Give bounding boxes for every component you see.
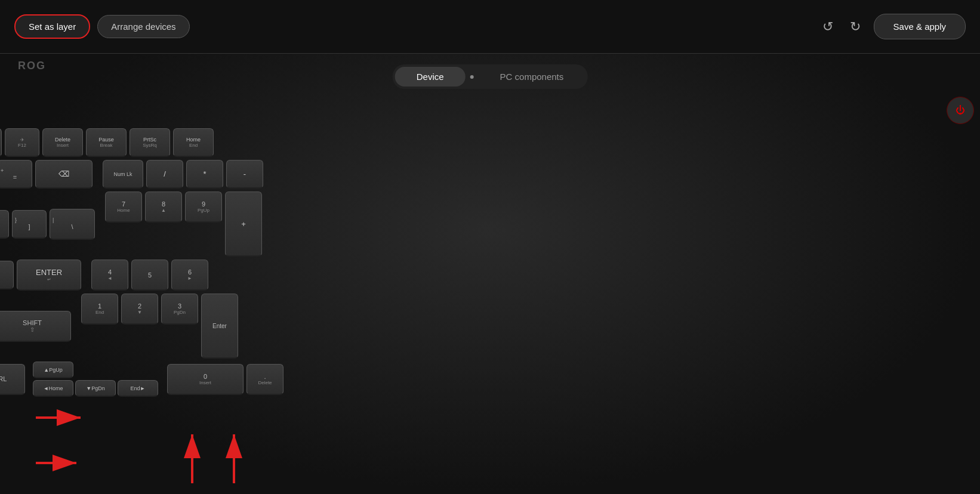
key-home-end[interactable]: HomeEnd: [173, 128, 214, 157]
set-as-layer-button[interactable]: Set as layer: [14, 14, 90, 39]
key-f12[interactable]: ✈F12: [5, 128, 39, 157]
redo-button[interactable]: ↻: [846, 16, 864, 38]
key-num5[interactable]: 5: [131, 260, 168, 291]
key-num7[interactable]: 7Home: [105, 192, 142, 223]
key-equals[interactable]: +=: [0, 160, 32, 189]
key-end[interactable]: End►: [118, 380, 158, 397]
undo-button[interactable]: ↺: [819, 16, 837, 38]
key-f11[interactable]: ZzF11: [0, 128, 2, 157]
tab-pc-components[interactable]: PC components: [479, 67, 585, 87]
key-num3[interactable]: 3PgDn: [161, 294, 198, 325]
topbar: Set as layer Arrange devices ↺ ↻ Save & …: [0, 0, 980, 54]
key-numminus[interactable]: -: [226, 160, 263, 189]
save-apply-button[interactable]: Save & apply: [874, 14, 966, 39]
key-quote[interactable]: "': [0, 261, 14, 289]
power-button[interactable]: ⏻: [947, 97, 974, 124]
key-prtsc[interactable]: PrtScSysRq: [130, 128, 170, 157]
key-shift-right[interactable]: SHIFT ⇧: [0, 311, 71, 342]
rog-logo: ROG: [18, 60, 46, 72]
key-num6[interactable]: 6►: [171, 260, 208, 291]
key-numdot[interactable]: .Delete: [246, 364, 283, 395]
main-area: ROG Device PC components ⏻ ◄ 🔇M1 🔊M2 🎤M3…: [0, 54, 980, 494]
key-numslash[interactable]: /: [146, 160, 183, 189]
key-num4[interactable]: 4◄: [91, 260, 128, 291]
macro-key-row: 🔇M1 🔊M2 🎤M3 ⚙M4 ⚡M5: [0, 98, 489, 124]
shift-key-row: SHIFT ⇧ Z X C V B N M <, >. ?/ SHIFT ⇧ 1…: [0, 294, 489, 359]
key-lbracket[interactable]: {[: [0, 210, 9, 239]
tab-device[interactable]: Device: [395, 67, 466, 87]
topbar-left: Set as layer Arrange devices: [14, 14, 190, 39]
tab-separator: [470, 75, 474, 79]
key-rbracket[interactable]: }]: [12, 210, 47, 239]
key-numplus[interactable]: +: [225, 192, 262, 257]
key-home[interactable]: ◄Home: [33, 380, 73, 397]
key-pgup[interactable]: ▲PgUp: [33, 362, 73, 378]
key-backslash[interactable]: |\: [50, 209, 95, 240]
key-num8[interactable]: 8▲: [145, 192, 182, 223]
key-numstar[interactable]: *: [186, 160, 223, 189]
key-enter[interactable]: ENTER↵: [17, 260, 81, 291]
key-num2[interactable]: 2▼: [121, 294, 158, 325]
caps-key-row: CAPS LOCK A S D F G H J K L :; "' ENTER↵…: [0, 260, 489, 291]
key-ctrl-right[interactable]: CTRL: [0, 364, 25, 395]
key-delete[interactable]: DeleteInsert: [42, 128, 83, 157]
key-pgdn[interactable]: ▼PgDn: [75, 380, 116, 397]
function-key-row: ESC ✕F1 ⌨F2 💡F3 AURAF4 🌀F5 📷F6 F7 F8 □/■…: [0, 128, 489, 157]
arrange-devices-button[interactable]: Arrange devices: [97, 15, 189, 38]
bottom-key-row: CTRL FN ⊞ ALT ALT CTRL ▲PgUp ◄Home ▼PgDn…: [0, 362, 489, 397]
key-numenter[interactable]: Enter: [201, 294, 238, 359]
topbar-right: ↺ ↻ Save & apply: [819, 14, 966, 39]
key-num9[interactable]: 9PgUp: [185, 192, 222, 223]
key-num0[interactable]: 0Insert: [167, 364, 244, 395]
key-backspace[interactable]: ⌫: [35, 160, 93, 189]
key-numlock[interactable]: Num Lk: [103, 160, 143, 189]
number-key-row: ~` !1 @2 #3 $4 %5 ^6 &7 *8 (9 )0 _- += ⌫…: [0, 160, 489, 189]
key-num1[interactable]: 1End: [81, 294, 118, 325]
qwerty-key-row: TAB⇥ Q W E R T Y U I O P {[ }] |\ 7Home …: [0, 192, 489, 257]
key-pause[interactable]: PauseBreak: [86, 128, 127, 157]
keyboard-area: 🔇M1 🔊M2 🎤M3 ⚙M4 ⚡M5 ESC ✕F1 ⌨F2 💡F3 AURA…: [0, 98, 489, 400]
tabs-row: Device PC components: [393, 64, 588, 89]
